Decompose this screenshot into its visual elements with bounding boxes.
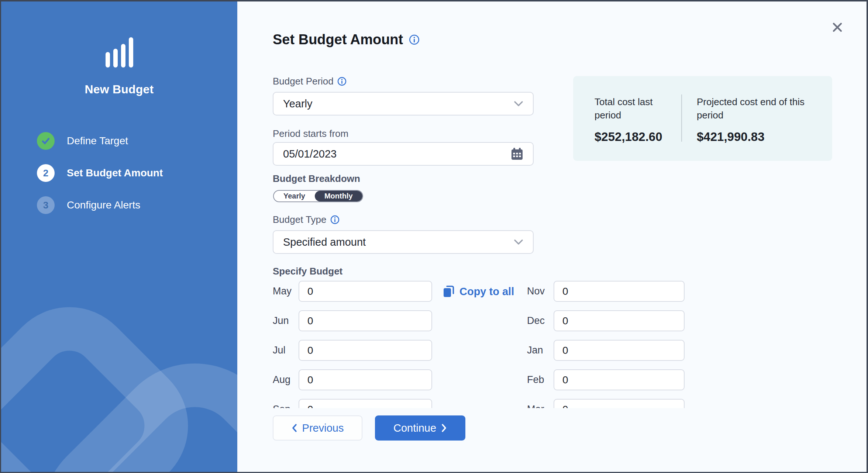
chevron-left-icon	[292, 424, 297, 432]
chevron-down-icon	[514, 239, 523, 245]
step-label: Set Budget Amount	[67, 167, 163, 179]
period-starts-label: Period starts from	[273, 128, 348, 139]
step-define-target[interactable]: Define Target	[37, 132, 163, 150]
summary-label: Total cost last period	[595, 95, 668, 122]
period-start-date-field	[273, 142, 534, 166]
summary-label: Projected cost end of this period	[697, 95, 815, 122]
wizard-sidebar: New Budget Define Target 2 Set Budget Am…	[1, 1, 237, 472]
previous-label: Previous	[302, 422, 344, 434]
month-amount-input[interactable]	[299, 340, 432, 361]
step-number-badge: 2	[37, 164, 55, 182]
month-label: Dec	[527, 315, 554, 327]
month-label: May	[273, 286, 299, 297]
step-set-budget-amount[interactable]: 2 Set Budget Amount	[37, 164, 163, 182]
total-cost-last-period: Total cost last period $252,182.60	[595, 95, 668, 144]
month-row: Mar	[527, 399, 685, 408]
copy-to-all-label: Copy to all	[459, 286, 514, 298]
month-amount-input[interactable]	[554, 340, 685, 361]
budget-period-label: Budget Period	[273, 76, 347, 87]
chevron-down-icon	[514, 101, 523, 107]
month-label: Jul	[273, 345, 299, 356]
step-configure-alerts[interactable]: 3 Configure Alerts	[37, 196, 163, 214]
calendar-icon[interactable]	[511, 147, 523, 160]
copy-icon	[442, 284, 455, 298]
previous-button[interactable]: Previous	[273, 415, 362, 441]
projected-cost-this-period: Projected cost end of this period $421,9…	[697, 95, 815, 144]
month-label: Jun	[273, 315, 299, 327]
month-row: Nov	[527, 281, 685, 302]
wizard-title: New Budget	[1, 83, 237, 96]
summary-divider	[681, 94, 682, 142]
step-number-badge: 3	[37, 196, 55, 214]
month-row: May	[273, 281, 432, 302]
continue-button[interactable]: Continue	[375, 415, 465, 441]
month-label: Nov	[527, 286, 554, 297]
monthly-budget-grid: May Jun Jul Aug Sep	[273, 277, 693, 408]
budget-period-select[interactable]: Yearly	[273, 92, 534, 115]
period-starts-label-text: Period starts from	[273, 128, 348, 139]
close-icon[interactable]	[829, 18, 846, 36]
toggle-option-monthly[interactable]: Monthly	[315, 191, 362, 201]
month-label: Mar	[527, 404, 554, 408]
info-icon[interactable]	[409, 34, 420, 45]
month-amount-input[interactable]	[299, 399, 432, 408]
month-label: Feb	[527, 374, 554, 386]
month-label: Aug	[273, 374, 299, 386]
month-row: Jun	[273, 310, 432, 331]
month-row: Jul	[273, 340, 432, 361]
month-row: Feb	[527, 369, 685, 390]
summary-value: $421,990.83	[697, 130, 815, 144]
page-title-text: Set Budget Amount	[273, 32, 403, 48]
month-row: Dec	[527, 310, 685, 331]
month-amount-input[interactable]	[299, 310, 432, 331]
budget-type-select[interactable]: Specified amount	[273, 230, 534, 254]
cost-summary-card: Total cost last period $252,182.60 Proje…	[573, 76, 832, 161]
month-amount-input[interactable]	[299, 369, 432, 390]
info-icon[interactable]	[337, 77, 347, 86]
chevron-right-icon	[441, 424, 447, 432]
step-label: Configure Alerts	[67, 199, 140, 211]
budget-type-value: Specified amount	[283, 236, 514, 248]
copy-to-all-button[interactable]: Copy to all	[442, 283, 514, 300]
info-icon[interactable]	[330, 215, 340, 224]
budget-type-label-text: Budget Type	[273, 214, 327, 225]
specify-budget-label: Specify Budget	[273, 266, 342, 277]
step-label: Define Target	[67, 135, 128, 147]
page-title: Set Budget Amount	[273, 32, 420, 48]
toggle-option-yearly[interactable]: Yearly	[274, 191, 315, 201]
budget-breakdown-label-text: Budget Breakdown	[273, 173, 360, 184]
budget-breakdown-toggle: Yearly Monthly	[273, 190, 363, 202]
set-budget-amount-panel: Set Budget Amount Budget Period Yearly P…	[237, 1, 868, 472]
continue-label: Continue	[393, 422, 436, 434]
specify-budget-label-text: Specify Budget	[273, 266, 342, 277]
month-amount-input[interactable]	[554, 281, 685, 302]
month-amount-input[interactable]	[299, 281, 432, 302]
month-amount-input[interactable]	[554, 310, 685, 331]
budget-period-label-text: Budget Period	[273, 76, 334, 87]
month-row: Aug	[273, 369, 432, 390]
check-icon	[37, 132, 55, 150]
budget-period-value: Yearly	[283, 98, 514, 110]
summary-value: $252,182.60	[595, 130, 668, 144]
month-amount-input[interactable]	[554, 399, 685, 408]
new-budget-modal: New Budget Define Target 2 Set Budget Am…	[0, 0, 868, 473]
month-amount-input[interactable]	[554, 369, 685, 390]
month-label: Sep	[273, 404, 299, 408]
budget-type-label: Budget Type	[273, 214, 340, 225]
month-row: Jan	[527, 340, 685, 361]
month-row: Sep	[273, 399, 432, 408]
month-label: Jan	[527, 345, 554, 356]
bar-chart-logo-icon	[106, 37, 135, 68]
budget-breakdown-label: Budget Breakdown	[273, 173, 360, 184]
period-start-date-input[interactable]	[283, 148, 511, 160]
wizard-steps: Define Target 2 Set Budget Amount 3 Conf…	[37, 132, 163, 214]
